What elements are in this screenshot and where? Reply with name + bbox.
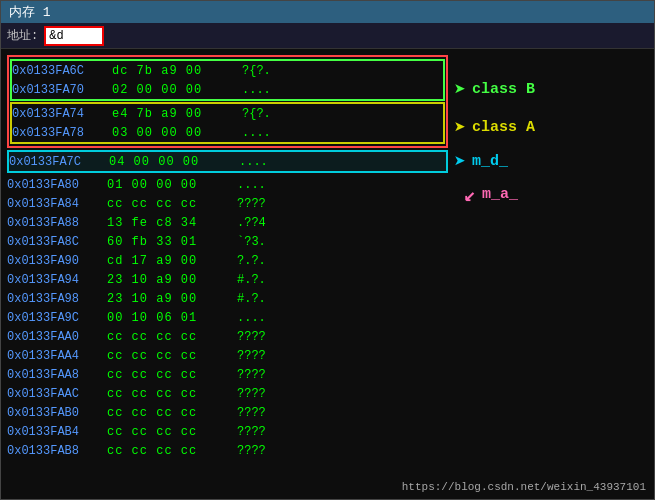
label-classB: class B	[472, 81, 535, 98]
mem-address: 0x0133FA94	[7, 273, 107, 287]
arrow-classA: ➤	[454, 115, 466, 140]
mem-chars: ....	[237, 311, 297, 325]
mem-address: 0x0133FA78	[12, 126, 112, 140]
mem-bytes: 23 10 a9 00	[107, 273, 237, 287]
table-row: 0x0133FAA4cc cc cc cc????	[7, 346, 448, 365]
title-bar: 内存 1	[1, 1, 654, 23]
table-row: 0x0133FA7C04 00 00 00....	[9, 152, 446, 171]
mem-address: 0x0133FAA8	[7, 368, 107, 382]
mem-bytes: e4 7b a9 00	[112, 107, 242, 121]
table-row: 0x0133FA7803 00 00 00....	[12, 123, 443, 142]
label-md: m_d_	[472, 153, 508, 170]
table-row: 0x0133FA9C00 10 06 01....	[7, 308, 448, 327]
table-row: 0x0133FA9423 10 a9 00#.?.	[7, 270, 448, 289]
mem-chars: ?{?.	[242, 64, 302, 78]
mem-address: 0x0133FAB4	[7, 425, 107, 439]
mem-chars: `?3.	[237, 235, 297, 249]
group-red-outer: 0x0133FA6Cdc 7b a9 00?{?.0x0133FA7002 00…	[7, 55, 448, 148]
mem-bytes: 60 fb 33 01	[107, 235, 237, 249]
mem-bytes: 23 10 a9 00	[107, 292, 237, 306]
arrow-ma: ↙	[464, 182, 476, 207]
mem-chars: #.?.	[237, 273, 297, 287]
mem-chars: ????	[237, 444, 297, 458]
mem-chars: ????	[237, 197, 297, 211]
mem-address: 0x0133FA7C	[9, 155, 109, 169]
label-classA: class A	[472, 119, 535, 136]
mem-chars: ????	[237, 330, 297, 344]
table-row: 0x0133FA9823 10 a9 00#.?.	[7, 289, 448, 308]
table-row: 0x0133FA8C60 fb 33 01`?3.	[7, 232, 448, 251]
mem-bytes: cc cc cc cc	[107, 349, 237, 363]
mem-chars: ....	[242, 126, 302, 140]
table-row: 0x0133FAB4cc cc cc cc????	[7, 422, 448, 441]
annotation-md: ➤ m_d_	[454, 149, 508, 174]
mem-bytes: 01 00 00 00	[107, 178, 237, 192]
mem-address: 0x0133FA9C	[7, 311, 107, 325]
table-row: 0x0133FAB8cc cc cc cc????	[7, 441, 448, 460]
mem-address: 0x0133FAB8	[7, 444, 107, 458]
mem-bytes: cc cc cc cc	[107, 387, 237, 401]
mem-bytes: cd 17 a9 00	[107, 254, 237, 268]
address-bar: 地址:	[1, 23, 654, 49]
window-title: 内存 1	[9, 3, 51, 21]
mem-chars: ....	[237, 178, 297, 192]
url-text: https://blog.csdn.net/weixin_43937101	[402, 481, 646, 493]
annotation-classA: ➤ class A	[454, 115, 535, 140]
mem-chars: #.?.	[237, 292, 297, 306]
annotation-ma: ↙ m_a_	[464, 182, 518, 207]
table-row: 0x0133FA90cd 17 a9 00?.?.	[7, 251, 448, 270]
mem-bytes: dc 7b a9 00	[112, 64, 242, 78]
group-md: 0x0133FA7C04 00 00 00....	[7, 150, 448, 173]
content-area: 0x0133FA6Cdc 7b a9 00?{?.0x0133FA7002 00…	[1, 49, 654, 499]
table-row: 0x0133FA6Cdc 7b a9 00?{?.	[12, 61, 443, 80]
mem-chars: ????	[237, 387, 297, 401]
address-input[interactable]	[44, 26, 104, 46]
mem-address: 0x0133FA74	[12, 107, 112, 121]
mem-bytes: cc cc cc cc	[107, 197, 237, 211]
mem-chars: ????	[237, 349, 297, 363]
mem-bytes: cc cc cc cc	[107, 368, 237, 382]
table-row: 0x0133FA8001 00 00 00....	[7, 175, 448, 194]
mem-bytes: cc cc cc cc	[107, 425, 237, 439]
mem-bytes: 03 00 00 00	[112, 126, 242, 140]
mem-address: 0x0133FAA4	[7, 349, 107, 363]
table-row: 0x0133FAB0cc cc cc cc????	[7, 403, 448, 422]
mem-chars: ?{?.	[242, 107, 302, 121]
memory-table: 0x0133FA6Cdc 7b a9 00?{?.0x0133FA7002 00…	[1, 49, 454, 499]
memory-window: 内存 1 地址: 0x0133FA6Cdc 7b a9 00?{?.0x0133…	[0, 0, 655, 500]
mem-address: 0x0133FAA0	[7, 330, 107, 344]
mem-chars: ?.?.	[237, 254, 297, 268]
mem-address: 0x0133FA90	[7, 254, 107, 268]
arrow-classB: ➤	[454, 77, 466, 102]
annotations-panel: ➤ class B ➤ class A ➤ m_d_ ↙ m_a_	[454, 49, 654, 499]
mem-address: 0x0133FA8C	[7, 235, 107, 249]
address-label: 地址:	[7, 27, 38, 44]
mem-bytes: 04 00 00 00	[109, 155, 239, 169]
table-row: 0x0133FA7002 00 00 00....	[12, 80, 443, 99]
mem-bytes: cc cc cc cc	[107, 444, 237, 458]
mem-bytes: 13 fe c8 34	[107, 216, 237, 230]
mem-chars: ????	[237, 368, 297, 382]
mem-address: 0x0133FA98	[7, 292, 107, 306]
mem-chars: ....	[239, 155, 299, 169]
mem-address: 0x0133FA70	[12, 83, 112, 97]
mem-address: 0x0133FA88	[7, 216, 107, 230]
table-row: 0x0133FAA0cc cc cc cc????	[7, 327, 448, 346]
mem-bytes: 02 00 00 00	[112, 83, 242, 97]
mem-bytes: 00 10 06 01	[107, 311, 237, 325]
mem-bytes: cc cc cc cc	[107, 330, 237, 344]
mem-address: 0x0133FA84	[7, 197, 107, 211]
mem-address: 0x0133FAAC	[7, 387, 107, 401]
mem-chars: ????	[237, 425, 297, 439]
label-ma: m_a_	[482, 186, 518, 203]
table-row: 0x0133FAACcc cc cc cc????	[7, 384, 448, 403]
mem-chars: .??4	[237, 216, 297, 230]
table-row: 0x0133FA8813 fe c8 34.??4	[7, 213, 448, 232]
mem-address: 0x0133FAB0	[7, 406, 107, 420]
table-row: 0x0133FA74e4 7b a9 00?{?.	[12, 104, 443, 123]
mem-address: 0x0133FA6C	[12, 64, 112, 78]
mem-bytes: cc cc cc cc	[107, 406, 237, 420]
group-classA: 0x0133FA74e4 7b a9 00?{?.0x0133FA7803 00…	[10, 102, 445, 144]
mem-address: 0x0133FA80	[7, 178, 107, 192]
table-row: 0x0133FAA8cc cc cc cc????	[7, 365, 448, 384]
